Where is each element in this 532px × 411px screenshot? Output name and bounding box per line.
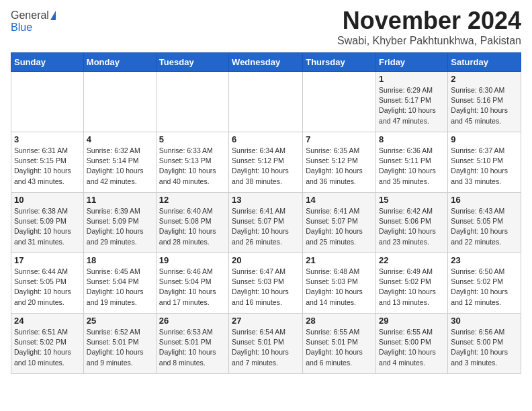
month-title: November 2024 (337, 7, 521, 35)
day-number: 29 (379, 316, 445, 326)
day-info: Sunrise: 6:39 AM Sunset: 5:09 PM Dayligh… (87, 206, 153, 247)
calendar-cell: 3Sunrise: 6:31 AM Sunset: 5:15 PM Daylig… (11, 132, 84, 193)
calendar-cell: 17Sunrise: 6:44 AM Sunset: 5:05 PM Dayli… (11, 253, 84, 314)
day-number: 8 (379, 134, 445, 144)
logo-blue: Blue (11, 21, 32, 34)
calendar-cell (229, 72, 303, 132)
day-number: 24 (14, 316, 81, 326)
calendar-cell: 12Sunrise: 6:40 AM Sunset: 5:08 PM Dayli… (156, 193, 228, 253)
calendar-cell: 30Sunrise: 6:56 AM Sunset: 5:00 PM Dayli… (448, 314, 521, 374)
logo-triangle-icon (50, 11, 56, 20)
day-info: Sunrise: 6:31 AM Sunset: 5:15 PM Dayligh… (14, 146, 81, 187)
day-number: 4 (87, 134, 153, 144)
calendar-cell: 22Sunrise: 6:49 AM Sunset: 5:02 PM Dayli… (376, 253, 448, 314)
weekday-header-saturday: Saturday (448, 53, 521, 72)
day-number: 7 (306, 134, 373, 144)
weekday-header-tuesday: Tuesday (156, 53, 228, 72)
day-info: Sunrise: 6:51 AM Sunset: 5:02 PM Dayligh… (14, 327, 81, 368)
day-number: 1 (379, 74, 445, 84)
calendar-cell: 25Sunrise: 6:52 AM Sunset: 5:01 PM Dayli… (83, 314, 156, 374)
calendar-cell: 8Sunrise: 6:36 AM Sunset: 5:11 PM Daylig… (376, 132, 448, 193)
calendar-cell: 20Sunrise: 6:47 AM Sunset: 5:03 PM Dayli… (229, 253, 303, 314)
day-info: Sunrise: 6:53 AM Sunset: 5:01 PM Dayligh… (159, 327, 226, 368)
day-number: 22 (379, 255, 445, 265)
day-info: Sunrise: 6:52 AM Sunset: 5:01 PM Dayligh… (87, 327, 153, 368)
day-number: 26 (159, 316, 226, 326)
day-number: 13 (232, 195, 300, 205)
day-info: Sunrise: 6:54 AM Sunset: 5:01 PM Dayligh… (232, 327, 300, 368)
day-info: Sunrise: 6:47 AM Sunset: 5:03 PM Dayligh… (232, 267, 300, 308)
calendar-cell: 28Sunrise: 6:55 AM Sunset: 5:01 PM Dayli… (303, 314, 376, 374)
calendar-cell: 13Sunrise: 6:41 AM Sunset: 5:07 PM Dayli… (229, 193, 303, 253)
day-info: Sunrise: 6:30 AM Sunset: 5:16 PM Dayligh… (451, 85, 518, 126)
calendar-cell (11, 72, 84, 132)
day-info: Sunrise: 6:36 AM Sunset: 5:11 PM Dayligh… (379, 146, 445, 187)
day-number: 9 (451, 134, 518, 144)
day-info: Sunrise: 6:46 AM Sunset: 5:04 PM Dayligh… (159, 267, 226, 308)
day-info: Sunrise: 6:33 AM Sunset: 5:13 PM Dayligh… (159, 146, 226, 187)
calendar-header: SundayMondayTuesdayWednesdayThursdayFrid… (11, 53, 521, 72)
day-info: Sunrise: 6:34 AM Sunset: 5:12 PM Dayligh… (232, 146, 300, 187)
day-info: Sunrise: 6:49 AM Sunset: 5:02 PM Dayligh… (379, 267, 445, 308)
weekday-header-wednesday: Wednesday (229, 53, 303, 72)
day-number: 11 (87, 195, 153, 205)
calendar-cell: 9Sunrise: 6:37 AM Sunset: 5:10 PM Daylig… (448, 132, 521, 193)
calendar-cell (303, 72, 376, 132)
day-number: 27 (232, 316, 300, 326)
calendar-cell: 26Sunrise: 6:53 AM Sunset: 5:01 PM Dayli… (156, 314, 228, 374)
day-number: 20 (232, 255, 300, 265)
calendar-cell: 4Sunrise: 6:32 AM Sunset: 5:14 PM Daylig… (83, 132, 156, 193)
day-info: Sunrise: 6:37 AM Sunset: 5:10 PM Dayligh… (451, 146, 518, 187)
location-title: Swabi, Khyber Pakhtunkhwa, Pakistan (337, 35, 521, 47)
calendar-cell: 29Sunrise: 6:55 AM Sunset: 5:00 PM Dayli… (376, 314, 448, 374)
calendar-cell: 5Sunrise: 6:33 AM Sunset: 5:13 PM Daylig… (156, 132, 228, 193)
day-info: Sunrise: 6:41 AM Sunset: 5:07 PM Dayligh… (232, 206, 300, 247)
day-info: Sunrise: 6:50 AM Sunset: 5:02 PM Dayligh… (451, 267, 518, 308)
day-number: 14 (306, 195, 373, 205)
day-number: 3 (14, 134, 81, 144)
day-number: 28 (306, 316, 373, 326)
calendar-cell: 27Sunrise: 6:54 AM Sunset: 5:01 PM Dayli… (229, 314, 303, 374)
day-number: 15 (379, 195, 445, 205)
day-number: 2 (451, 74, 518, 84)
calendar-cell: 23Sunrise: 6:50 AM Sunset: 5:02 PM Dayli… (448, 253, 521, 314)
day-info: Sunrise: 6:41 AM Sunset: 5:07 PM Dayligh… (306, 206, 373, 247)
calendar-cell: 7Sunrise: 6:35 AM Sunset: 5:12 PM Daylig… (303, 132, 376, 193)
day-info: Sunrise: 6:56 AM Sunset: 5:00 PM Dayligh… (451, 327, 518, 368)
calendar-cell: 21Sunrise: 6:48 AM Sunset: 5:03 PM Dayli… (303, 253, 376, 314)
day-number: 18 (87, 255, 153, 265)
day-number: 10 (14, 195, 81, 205)
day-info: Sunrise: 6:29 AM Sunset: 5:17 PM Dayligh… (379, 85, 445, 126)
day-info: Sunrise: 6:42 AM Sunset: 5:06 PM Dayligh… (379, 206, 445, 247)
logo-general: General (11, 9, 49, 21)
calendar-cell: 16Sunrise: 6:43 AM Sunset: 5:05 PM Dayli… (448, 193, 521, 253)
day-info: Sunrise: 6:40 AM Sunset: 5:08 PM Dayligh… (159, 206, 226, 247)
day-number: 12 (159, 195, 226, 205)
day-info: Sunrise: 6:32 AM Sunset: 5:14 PM Dayligh… (87, 146, 153, 187)
day-info: Sunrise: 6:38 AM Sunset: 5:09 PM Dayligh… (14, 206, 81, 247)
day-number: 25 (87, 316, 153, 326)
calendar-cell: 2Sunrise: 6:30 AM Sunset: 5:16 PM Daylig… (448, 72, 521, 132)
day-number: 19 (159, 255, 226, 265)
day-info: Sunrise: 6:55 AM Sunset: 5:01 PM Dayligh… (306, 327, 373, 368)
calendar-cell (156, 72, 228, 132)
page-header: General Blue November 2024 Swabi, Khyber… (11, 7, 521, 47)
calendar-cell: 19Sunrise: 6:46 AM Sunset: 5:04 PM Dayli… (156, 253, 228, 314)
day-number: 30 (451, 316, 518, 326)
day-info: Sunrise: 6:44 AM Sunset: 5:05 PM Dayligh… (14, 267, 81, 308)
weekday-header-sunday: Sunday (11, 53, 84, 72)
day-info: Sunrise: 6:35 AM Sunset: 5:12 PM Dayligh… (306, 146, 373, 187)
calendar-cell: 1Sunrise: 6:29 AM Sunset: 5:17 PM Daylig… (376, 72, 448, 132)
title-block: November 2024 Swabi, Khyber Pakhtunkhwa,… (337, 7, 521, 47)
day-info: Sunrise: 6:45 AM Sunset: 5:04 PM Dayligh… (87, 267, 153, 308)
day-number: 21 (306, 255, 373, 265)
calendar-cell: 15Sunrise: 6:42 AM Sunset: 5:06 PM Dayli… (376, 193, 448, 253)
day-info: Sunrise: 6:43 AM Sunset: 5:05 PM Dayligh… (451, 206, 518, 247)
day-number: 6 (232, 134, 300, 144)
weekday-header-monday: Monday (83, 53, 156, 72)
day-info: Sunrise: 6:48 AM Sunset: 5:03 PM Dayligh… (306, 267, 373, 308)
calendar-cell: 24Sunrise: 6:51 AM Sunset: 5:02 PM Dayli… (11, 314, 84, 374)
weekday-header-friday: Friday (376, 53, 448, 72)
calendar-table: SundayMondayTuesdayWednesdayThursdayFrid… (11, 52, 521, 374)
calendar-cell: 14Sunrise: 6:41 AM Sunset: 5:07 PM Dayli… (303, 193, 376, 253)
